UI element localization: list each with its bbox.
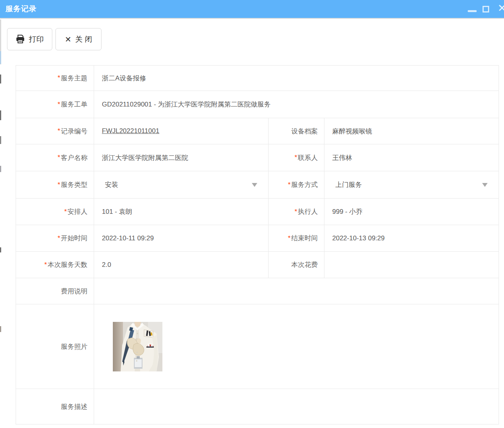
record-number-link[interactable]: FWJL20221011001 <box>102 127 159 135</box>
field-label-text: 本次花费 <box>291 260 318 269</box>
row-service-subject: * 服务主题 浙二A设备报修 <box>16 66 499 91</box>
window-close-button[interactable]: ✕ <box>495 0 504 18</box>
field-value <box>94 304 499 389</box>
field-value: 麻醉视频喉镜 <box>324 118 499 144</box>
row-arranger: * 安排人 101 - 袁朗 * 执行人 999 - 小乔 <box>16 198 499 225</box>
minimize-button[interactable] <box>467 0 478 18</box>
field-label: * 开始时间 <box>16 225 94 251</box>
field-label: * 服务工单 <box>16 91 94 118</box>
field-label: * 安排人 <box>16 199 94 225</box>
required-star: * <box>294 208 297 216</box>
field-label: * 服务类型 <box>16 171 94 198</box>
field-value: 浙江大学医学院附属第二医院 <box>94 144 268 171</box>
field-value: 999 - 小乔 <box>324 199 499 225</box>
field-label-text: 服务描述 <box>61 402 87 411</box>
field-label: 本次花费 <box>268 252 324 278</box>
field-label-text: 客户名称 <box>61 153 87 162</box>
field-label: * 服务方式 <box>268 171 324 198</box>
field-value: FWJL20221011001 <box>94 118 268 144</box>
field-label-text: 费用说明 <box>61 287 87 296</box>
required-star: * <box>57 127 60 135</box>
field-label: * 结束时间 <box>268 225 324 251</box>
field-label: 服务描述 <box>16 389 94 424</box>
field-label-text: 记录编号 <box>61 127 87 136</box>
required-star: * <box>57 74 60 82</box>
selected-option: 安装 <box>102 180 118 189</box>
required-star: * <box>57 181 60 189</box>
row-service-type: * 服务类型 安装 * 服务方式 上门服务 <box>16 171 499 198</box>
maximize-button[interactable] <box>481 0 492 18</box>
printer-icon <box>16 35 25 44</box>
service-description-textarea[interactable] <box>94 389 499 424</box>
field-value <box>324 252 499 278</box>
service-type-select[interactable]: 安装 <box>94 171 268 198</box>
required-star: * <box>294 154 297 162</box>
row-record-number: * 记录编号 FWJL20221011001 设备档案 麻醉视频喉镜 <box>16 118 499 144</box>
dialog-title: 服务记录 <box>5 0 37 18</box>
field-label-text: 服务方式 <box>291 180 318 189</box>
row-fee-note: 费用说明 <box>16 278 499 304</box>
print-button-label: 打印 <box>29 34 44 44</box>
selected-option: 上门服务 <box>332 180 362 189</box>
field-value: 浙二A设备报修 <box>94 66 499 91</box>
chevron-down-icon[interactable] <box>252 183 257 187</box>
print-button[interactable]: 打印 <box>7 28 52 50</box>
field-label: 设备档案 <box>268 118 324 144</box>
field-value: 2.0 <box>94 252 268 278</box>
service-record-form: * 服务主题 浙二A设备报修 * 服务工单 GD20211029001 - 为浙… <box>16 65 499 424</box>
service-photo[interactable] <box>113 322 162 371</box>
row-service-photo: 服务照片 <box>16 304 499 389</box>
field-label: * 服务主题 <box>16 66 94 91</box>
field-label-text: 服务类型 <box>61 180 87 189</box>
field-label-text: 安排人 <box>68 207 87 216</box>
field-label: * 执行人 <box>268 199 324 225</box>
required-star: * <box>44 261 47 269</box>
close-button-label: 关 闭 <box>75 34 92 44</box>
field-label: * 本次服务天数 <box>16 252 94 278</box>
field-value: 2022-10-11 09:29 <box>94 225 268 251</box>
field-label-text: 结束时间 <box>291 234 318 243</box>
row-customer-name: * 客户名称 浙江大学医学院附属第二医院 * 联系人 王伟林 <box>16 144 499 171</box>
close-x-icon: ✕ <box>65 35 71 44</box>
required-star: * <box>57 101 60 108</box>
required-star: * <box>57 234 60 242</box>
required-star: * <box>57 154 60 162</box>
field-label: * 联系人 <box>268 144 324 171</box>
field-value: GD20211029001 - 为浙江大学医学院附属第二医院做服务 <box>94 91 499 118</box>
field-label-text: 服务照片 <box>61 342 87 351</box>
service-mode-select[interactable]: 上门服务 <box>324 171 499 198</box>
field-label-text: 服务工单 <box>61 100 87 109</box>
field-value: 王伟林 <box>324 144 499 171</box>
dialog-titlebar: 服务记录 ✕ <box>0 0 504 19</box>
field-label: 服务照片 <box>16 304 94 389</box>
chevron-down-icon[interactable] <box>482 183 488 187</box>
maximize-icon <box>483 6 489 12</box>
minimize-icon <box>468 10 477 12</box>
field-value: 2022-10-13 09:29 <box>324 225 499 251</box>
field-label: * 客户名称 <box>16 144 94 171</box>
row-work-order: * 服务工单 GD20211029001 - 为浙江大学医学院附属第二医院做服务 <box>16 91 499 118</box>
required-star: * <box>288 181 290 189</box>
field-label-text: 服务主题 <box>61 74 87 83</box>
field-label-text: 开始时间 <box>61 234 87 243</box>
field-label-text: 联系人 <box>298 153 318 162</box>
field-value <box>94 278 499 304</box>
row-service-days: * 本次服务天数 2.0 本次花费 <box>16 251 499 278</box>
close-button[interactable]: ✕ 关 闭 <box>55 28 102 50</box>
field-label-text: 本次服务天数 <box>48 260 87 269</box>
close-icon: ✕ <box>497 2 504 14</box>
row-start-time: * 开始时间 2022-10-11 09:29 * 结束时间 2022-10-1… <box>16 225 499 251</box>
required-star: * <box>288 234 290 242</box>
field-value: 101 - 袁朗 <box>94 199 268 225</box>
field-label: 费用说明 <box>16 278 94 304</box>
field-label-text: 执行人 <box>298 207 318 216</box>
required-star: * <box>64 208 67 216</box>
field-label: * 记录编号 <box>16 118 94 144</box>
field-label-text: 设备档案 <box>291 127 318 136</box>
row-service-description: 服务描述 <box>16 389 499 424</box>
